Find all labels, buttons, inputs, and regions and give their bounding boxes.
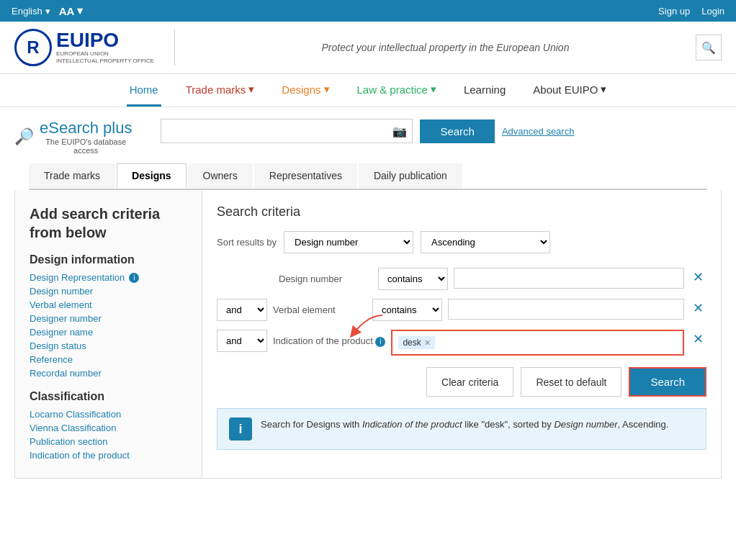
indication-product-label: Indication of the product <box>30 450 130 461</box>
esearch-search-row: 📷 Search Advanced search <box>161 119 722 143</box>
info-text-end: , Ascending. <box>618 419 669 430</box>
esearch-title-block: eSearch plus The EUIPO's database access <box>40 119 132 155</box>
link-recordal-number[interactable]: Recordal number <box>30 368 187 379</box>
tab-daily-publication[interactable]: Daily publication <box>359 163 462 189</box>
link-designer-number[interactable]: Designer number <box>30 313 187 324</box>
tab-designs[interactable]: Designs <box>117 163 186 189</box>
camera-icon[interactable]: 📷 <box>392 125 407 138</box>
nav-about[interactable]: About EUIPO ▾ <box>530 83 609 107</box>
font-size-button[interactable]: AA ▾ <box>59 4 84 17</box>
header-search-button[interactable]: 🔍 <box>696 35 722 60</box>
nav-lawpractice[interactable]: Law & practice ▾ <box>354 83 439 107</box>
classification-title: Classification <box>30 390 187 403</box>
info-italic1: Indication of the product <box>362 419 462 430</box>
tabs-row: Trade marks Designs Owners Representativ… <box>29 163 707 190</box>
link-vienna[interactable]: Vienna Classification <box>30 423 187 433</box>
info-text-pre: Search for Designs with <box>261 419 362 430</box>
aa-chevron-icon: ▾ <box>77 4 83 17</box>
info-box-icon: i <box>229 417 252 441</box>
verbal-and-select[interactable]: and or not <box>217 299 267 321</box>
design-number-input[interactable] <box>454 268 684 289</box>
info-italic2: Design number <box>554 419 617 430</box>
link-verbal-element[interactable]: Verbal element <box>30 299 187 310</box>
vienna-label: Vienna Classification <box>30 423 116 433</box>
about-chevron-icon: ▾ <box>601 83 606 96</box>
indication-tag-input[interactable] <box>438 338 677 348</box>
indication-field-label: Indication of the product i <box>273 330 385 347</box>
tag-remove-button[interactable]: ✕ <box>424 338 431 348</box>
esearch-section: 🔎 eSearch plus The EUIPO's database acce… <box>0 107 736 190</box>
tab-owners[interactable]: Owners <box>188 163 253 189</box>
main-nav: Home Trade marks ▾ Designs ▾ Law & pract… <box>0 74 736 107</box>
locarno-label: Locarno Classification <box>30 409 121 420</box>
reference-label: Reference <box>30 354 73 365</box>
indication-and-select[interactable]: and or not <box>217 330 267 352</box>
nav-learning[interactable]: Learning <box>461 83 508 107</box>
esearch-header: 🔎 eSearch plus The EUIPO's database acce… <box>14 119 722 155</box>
euipo-main-text: EUIPO <box>56 30 154 50</box>
design-number-condition-select[interactable]: contains equals starts with <box>378 268 448 290</box>
link-indication-product[interactable]: Indication of the product <box>30 450 187 461</box>
esearch-subtitle2: access <box>40 146 132 155</box>
indication-remove-button[interactable]: ✕ <box>690 330 706 348</box>
link-design-number[interactable]: Design number <box>30 286 187 297</box>
esearch-subtitle1: The EUIPO's database <box>40 137 132 146</box>
link-publication-section[interactable]: Publication section <box>30 436 187 447</box>
logo-r-letter: R <box>27 37 39 58</box>
esearch-logo: 🔎 eSearch plus The EUIPO's database acce… <box>14 119 132 155</box>
euipo-sub-line1: EUROPEAN UNION <box>56 50 154 58</box>
reset-default-button[interactable]: Reset to default <box>521 367 621 397</box>
sort-by-select[interactable]: Design number Filing date Registration d… <box>284 231 413 253</box>
search-icon: 🔍 <box>701 41 716 55</box>
euipo-logo[interactable]: R EUIPO EUROPEAN UNION INTELLECTUAL PROP… <box>14 29 154 66</box>
sort-order-select[interactable]: Ascending Descending <box>421 231 550 253</box>
advanced-search-link[interactable]: Advanced search <box>502 126 574 137</box>
verbal-element-label: Verbal element <box>30 299 92 310</box>
verbal-element-field-label: Verbal element <box>273 299 367 315</box>
tab-trademarks[interactable]: Trade marks <box>29 163 115 189</box>
publication-section-label: Publication section <box>30 436 107 447</box>
designer-name-label: Designer name <box>30 327 93 338</box>
info-box: i Search for Designs with Indication of … <box>217 408 706 450</box>
tag-label: desk <box>403 338 421 348</box>
design-status-label: Design status <box>30 340 86 351</box>
design-representation-label: Design Representation <box>30 272 125 283</box>
design-number-remove-button[interactable]: ✕ <box>690 268 706 286</box>
logo-bar: R EUIPO EUROPEAN UNION INTELLECTUAL PROP… <box>0 22 736 74</box>
signup-link[interactable]: Sign up <box>658 6 690 17</box>
design-info-title: Design information <box>30 253 187 266</box>
nav-designs[interactable]: Designs ▾ <box>279 83 332 107</box>
link-designer-name[interactable]: Designer name <box>30 327 187 338</box>
search-button[interactable]: Search <box>629 367 706 397</box>
nav-trademarks[interactable]: Trade marks ▾ <box>183 83 258 107</box>
verbal-element-remove-button[interactable]: ✕ <box>690 299 706 317</box>
login-link[interactable]: Login <box>701 6 724 17</box>
sort-row: Sort results by Design number Filing dat… <box>217 231 706 253</box>
esearch-search-icon: 🔎 <box>14 127 34 146</box>
recordal-number-label: Recordal number <box>30 368 102 379</box>
main-content: Add search criteria from below Design in… <box>14 190 722 479</box>
indication-tag-field[interactable]: desk ✕ <box>391 330 684 356</box>
language-button[interactable]: English ▾ <box>12 6 50 17</box>
tab-representatives[interactable]: Representatives <box>254 163 357 189</box>
logo-divider <box>174 30 175 66</box>
esearch-input[interactable] <box>161 119 413 143</box>
link-reference[interactable]: Reference <box>30 354 187 365</box>
link-design-representation[interactable]: Design Representation i <box>30 272 187 283</box>
link-locarno[interactable]: Locarno Classification <box>30 409 187 420</box>
info-text-mid: like "desk", sorted by <box>462 419 555 430</box>
nav-about-label: About EUIPO <box>533 83 598 96</box>
lawpractice-chevron-icon: ▾ <box>431 83 436 96</box>
criteria-row-3: and or not Indication of the product i d… <box>217 330 706 356</box>
esearch-search-button[interactable]: Search <box>420 119 495 143</box>
indication-tag-desk: desk ✕ <box>398 336 434 349</box>
nav-home[interactable]: Home <box>127 83 161 107</box>
verbal-element-condition-select[interactable]: contains equals starts with <box>372 299 442 321</box>
clear-criteria-button[interactable]: Clear criteria <box>426 367 513 397</box>
design-number-field-label: Design number <box>279 268 372 284</box>
design-number-label: Design number <box>30 286 93 297</box>
top-bar-right: Sign up Login <box>658 6 724 17</box>
verbal-element-input[interactable] <box>448 299 684 320</box>
link-design-status[interactable]: Design status <box>30 340 187 351</box>
logo-r-circle: R <box>14 29 52 66</box>
